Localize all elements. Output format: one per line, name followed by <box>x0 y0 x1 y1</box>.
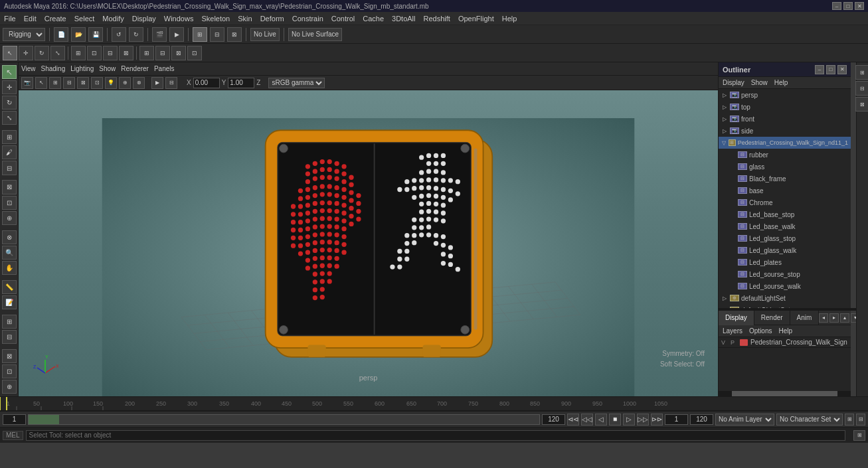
tab-display[interactable]: Display <box>719 311 754 325</box>
menu-create[interactable]: Create <box>44 15 66 23</box>
outliner-item-front[interactable]: ▷ 📷 front <box>719 113 851 125</box>
select-tool[interactable]: ↖ <box>2 65 17 79</box>
sculpt-tool[interactable]: ⊠ <box>2 180 17 194</box>
select-tool-button[interactable]: ⊞ <box>193 27 207 42</box>
menu-constrain[interactable]: Constrain <box>292 15 323 23</box>
outliner-item-led-glass-stop[interactable]: ⊟ Led_glass_stop <box>727 232 851 244</box>
layer-row-ped[interactable]: V P Pedestrian_Crossing_Walk_Sign <box>719 337 851 348</box>
rotate-mode-button[interactable]: ↻ <box>35 46 49 60</box>
menu-file[interactable]: File <box>4 15 16 23</box>
tab-render[interactable]: Render <box>754 311 790 325</box>
snap-surface-button[interactable]: ⊡ <box>187 46 202 60</box>
menu-3dtoa[interactable]: 3DtoAll <box>392 15 415 23</box>
go-to-end-button[interactable]: ⊳⊳ <box>651 414 663 426</box>
menu-windows[interactable]: Windows <box>164 15 194 23</box>
menu-edit[interactable]: Edit <box>24 15 37 23</box>
mel-submit-button[interactable]: ⊞ <box>853 430 865 441</box>
outliner-item-rubber[interactable]: ⊟ rubber <box>727 149 851 161</box>
vp-light-button[interactable]: 💡 <box>105 77 117 89</box>
vp-menu-renderer[interactable]: Renderer <box>121 65 149 72</box>
right-tool-2[interactable]: ⊟ <box>855 81 869 96</box>
maximize-button[interactable]: □ <box>843 2 853 10</box>
current-frame-input[interactable] <box>3 414 26 425</box>
paint-weights-tool[interactable]: 🖌 <box>2 145 17 159</box>
menu-modify[interactable]: Modify <box>102 15 124 23</box>
open-file-button[interactable]: 📂 <box>71 27 86 42</box>
vp-render-all-button[interactable]: ▶ <box>151 77 163 89</box>
extra-tool-3[interactable]: ⊕ <box>2 380 17 394</box>
minimize-button[interactable]: – <box>832 2 841 10</box>
wire-tool[interactable]: ⊡ <box>2 196 17 210</box>
annotation-tool[interactable]: 📝 <box>2 295 17 309</box>
viewport-3d[interactable]: persp Symmetry: Off Soft Select: Off <box>19 90 718 396</box>
pan-tool[interactable]: ✋ <box>2 261 17 275</box>
redo-button[interactable]: ↻ <box>129 27 143 42</box>
timeline-range-bar[interactable] <box>28 414 540 425</box>
render-view-tool[interactable]: ⊟ <box>2 330 17 344</box>
anim-options-button[interactable]: ⊞ <box>845 414 854 426</box>
menu-control[interactable]: Control <box>331 15 355 23</box>
snap-point-button[interactable]: ⊠ <box>171 46 186 60</box>
ch-menu-help[interactable]: Help <box>778 327 792 335</box>
cv-tool[interactable]: ⊟ <box>2 161 17 175</box>
move-tool[interactable]: ✛ <box>2 80 17 94</box>
vp-grid-button[interactable]: ⊞ <box>49 77 61 89</box>
outliner-item-persp[interactable]: ▷ 📷 persp <box>719 89 851 101</box>
snap-grid-button[interactable]: ⊞ <box>139 46 154 60</box>
playback-toggle[interactable]: P <box>731 339 737 346</box>
render-region-tool[interactable]: ⊞ <box>2 315 17 329</box>
vp-select-button[interactable]: ↖ <box>35 77 47 89</box>
outliner-item-main-group[interactable]: ▽ ⊞ Pedestrian_Crossing_Walk_Sign_nd11_1 <box>719 137 851 149</box>
play-forward-button[interactable]: ▷ <box>623 414 635 426</box>
menu-select[interactable]: Select <box>74 15 95 23</box>
module-dropdown[interactable]: Rigging <box>3 28 45 41</box>
end-frame-input[interactable] <box>542 414 565 425</box>
outliner-item-default-object-set[interactable]: ▷ ⊕ defaultObjectSet <box>719 304 851 308</box>
menu-skin[interactable]: Skin <box>238 15 252 23</box>
scale-tool[interactable]: ⤡ <box>2 111 17 125</box>
coord-y-input[interactable] <box>228 78 254 88</box>
no-char-set-dropdown[interactable]: No Character Set <box>776 414 843 426</box>
show-manip-tool[interactable]: ⊕ <box>2 211 17 225</box>
outliner-maximize-button[interactable]: □ <box>826 65 835 74</box>
menu-skeleton[interactable]: Skeleton <box>201 15 230 23</box>
outliner-item-led-glass-walk[interactable]: ⊟ Led_glass_walk <box>727 244 851 256</box>
right-tool-3[interactable]: ⊠ <box>855 97 869 112</box>
extra-tool-1[interactable]: ⊠ <box>2 349 17 363</box>
ch-nav-left[interactable]: ◂ <box>819 313 828 323</box>
vp-menu-show[interactable]: Show <box>99 65 116 72</box>
menu-redshift[interactable]: Redshift <box>424 15 450 23</box>
snap-button[interactable]: ⊟ <box>103 46 118 60</box>
vp-menu-lighting[interactable]: Lighting <box>70 65 94 72</box>
rotate-tool[interactable]: ↻ <box>2 96 17 110</box>
menu-display[interactable]: Display <box>132 15 156 23</box>
lasso-tool-button[interactable]: ⊟ <box>210 27 224 42</box>
close-button[interactable]: ✕ <box>855 2 864 10</box>
vp-menu-panels[interactable]: Panels <box>154 65 175 72</box>
right-tool-1[interactable]: ⊞ <box>855 65 869 80</box>
snap-curve-button[interactable]: ⊟ <box>155 46 170 60</box>
vp-menu-view[interactable]: View <box>21 65 36 72</box>
outliner-item-led-sourse-walk[interactable]: ⊟ Led_sourse_walk <box>727 280 851 292</box>
tab-anim[interactable]: Anim <box>790 311 820 325</box>
measure-tool[interactable]: 📏 <box>2 280 17 294</box>
coord-x-input[interactable] <box>193 78 220 88</box>
outliner-close-button[interactable]: ✕ <box>837 65 847 74</box>
ch-nav-right[interactable]: ▸ <box>829 313 839 323</box>
menu-help[interactable]: Help <box>502 15 517 23</box>
vp-cam-button[interactable]: 📷 <box>21 77 33 89</box>
vp-menu-shading[interactable]: Shading <box>41 65 66 72</box>
outliner-item-default-light-set[interactable]: ▷ ⊕ defaultLightSet <box>719 292 851 304</box>
outliner-item-led-base-stop[interactable]: ⊟ Led_base_stop <box>727 208 851 220</box>
char-set-options-button[interactable]: ⊟ <box>856 414 865 426</box>
ch-nav-up[interactable]: ▴ <box>840 313 849 323</box>
soft-select-tool[interactable]: ⊞ <box>2 130 17 144</box>
range-end-input[interactable] <box>690 414 713 425</box>
menu-openflight[interactable]: OpenFlight <box>458 15 494 23</box>
stop-button[interactable]: ◽ <box>609 414 621 426</box>
outliner-minimize-button[interactable]: – <box>815 65 824 74</box>
render-button[interactable]: 🎬 <box>152 27 167 42</box>
new-file-button[interactable]: 📄 <box>54 27 68 42</box>
outliner-item-black-frame[interactable]: ⊟ Black_frame <box>727 173 851 185</box>
zoom-tool[interactable]: 🔍 <box>2 246 17 260</box>
